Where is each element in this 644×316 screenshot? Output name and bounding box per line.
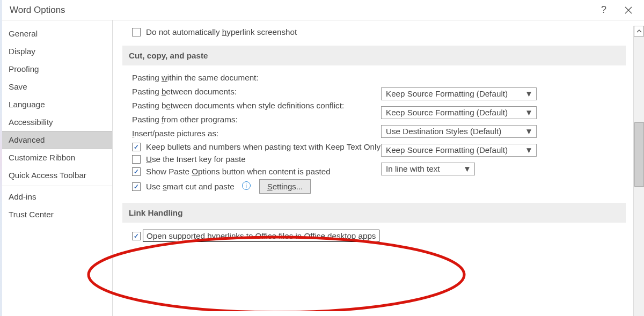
checkbox-label: Use smart cut and paste (146, 182, 235, 191)
section-header-link-handling: Link Handling (122, 203, 626, 223)
sidebar-item-label: General (9, 29, 38, 38)
checkbox-smart-cut-paste[interactable] (132, 182, 141, 191)
settings-button[interactable]: Settings... (259, 179, 311, 194)
sidebar-item-addins[interactable]: Add-ins (2, 188, 112, 205)
button-label: Settings... (267, 182, 303, 191)
chevron-down-icon: ▼ (525, 89, 533, 98)
dropdown-paste-between[interactable]: Keep Source Formatting (Default) ▼ (381, 106, 537, 119)
sidebar-item-proofing[interactable]: Proofing (2, 60, 112, 78)
checkbox-label: Use the Insert key for paste (146, 155, 246, 164)
close-button[interactable] (616, 2, 641, 18)
sidebar-item-label: Quick Access Toolbar (9, 171, 86, 180)
dropdown-value: In line with text (386, 164, 440, 173)
info-icon[interactable]: i (242, 181, 251, 190)
section-header-cut-copy-paste: Cut, copy, and paste (122, 46, 626, 65)
dropdown-paste-within[interactable]: Keep Source Formatting (Default) ▼ (381, 87, 537, 100)
sidebar: General Display Proofing Save Language A… (2, 20, 113, 316)
dropdown-value: Use Destination Styles (Default) (386, 127, 501, 136)
label-paste-between-conflict: Pasting between documents when style def… (132, 101, 344, 110)
dropdown-paste-other[interactable]: Keep Source Formatting (Default) ▼ (381, 144, 537, 157)
sidebar-item-customize-ribbon[interactable]: Customize Ribbon (2, 149, 112, 166)
checkbox-no-hyperlink-screenshot[interactable] (132, 28, 141, 36)
sidebar-item-display[interactable]: Display (2, 42, 112, 60)
dialog-title: Word Options (10, 5, 65, 16)
sidebar-item-language[interactable]: Language (2, 95, 112, 113)
checkbox-keep-bullets[interactable] (132, 143, 141, 151)
sidebar-item-label: Add-ins (9, 192, 36, 201)
sidebar-item-save[interactable]: Save (2, 78, 112, 95)
vertical-scrollbar[interactable] (633, 26, 644, 316)
sidebar-item-label: Advanced (9, 135, 45, 144)
sidebar-item-accessibility[interactable]: Accessibility (2, 113, 112, 131)
checkbox-label: Do not automatically hyperlink screensho… (146, 27, 297, 36)
label-paste-between: Pasting between documents: (132, 87, 237, 96)
checkbox-use-insert-key[interactable] (132, 155, 141, 164)
sidebar-item-label: Accessibility (9, 117, 53, 127)
checkbox-label: Keep bullets and numbers when pasting te… (146, 142, 405, 151)
sidebar-item-label: Display (9, 47, 35, 56)
checkbox-open-hyperlinks-desktop[interactable] (132, 232, 141, 240)
label-insert-pictures: Insert/paste pictures as: (132, 129, 218, 138)
close-icon (625, 6, 632, 14)
dropdown-insert-pictures[interactable]: In line with text ▼ (381, 163, 475, 175)
sidebar-item-general[interactable]: General (2, 25, 112, 42)
dropdown-paste-between-conflict[interactable]: Use Destination Styles (Default) ▼ (381, 125, 537, 138)
scrollbar-thumb[interactable] (634, 122, 644, 187)
chevron-up-icon (636, 29, 642, 33)
label-paste-other: Pasting from other programs: (132, 115, 238, 124)
dropdown-value: Keep Source Formatting (Default) (386, 145, 508, 155)
checkbox-show-paste-options[interactable] (132, 167, 141, 176)
checkbox-label: Show Paste Options button when content i… (146, 167, 331, 176)
chevron-down-icon: ▼ (525, 127, 533, 136)
sidebar-item-advanced[interactable]: Advanced (2, 131, 112, 149)
checkbox-label: Open supported hyperlinks to Office file… (143, 230, 379, 242)
sidebar-item-trust-center[interactable]: Trust Center (2, 205, 112, 223)
chevron-down-icon: ▼ (463, 164, 471, 173)
sidebar-item-label: Save (9, 82, 27, 91)
scroll-up-button[interactable] (634, 26, 644, 36)
chevron-down-icon: ▼ (525, 145, 533, 155)
help-button[interactable]: ? (591, 2, 616, 18)
titlebar: Word Options ? (2, 0, 644, 20)
sidebar-item-label: Trust Center (9, 210, 54, 219)
sidebar-item-label: Language (9, 100, 45, 109)
dropdown-value: Keep Source Formatting (Default) (386, 89, 508, 98)
sidebar-item-label: Proofing (9, 64, 39, 74)
sidebar-item-label: Customize Ribbon (9, 153, 75, 162)
options-panel: Do not automatically hyperlink screensho… (122, 26, 633, 316)
chevron-down-icon: ▼ (525, 108, 533, 117)
dropdown-value: Keep Source Formatting (Default) (386, 108, 508, 117)
sidebar-item-qat[interactable]: Quick Access Toolbar (2, 166, 112, 184)
label-paste-within: Pasting within the same document: (132, 73, 259, 82)
